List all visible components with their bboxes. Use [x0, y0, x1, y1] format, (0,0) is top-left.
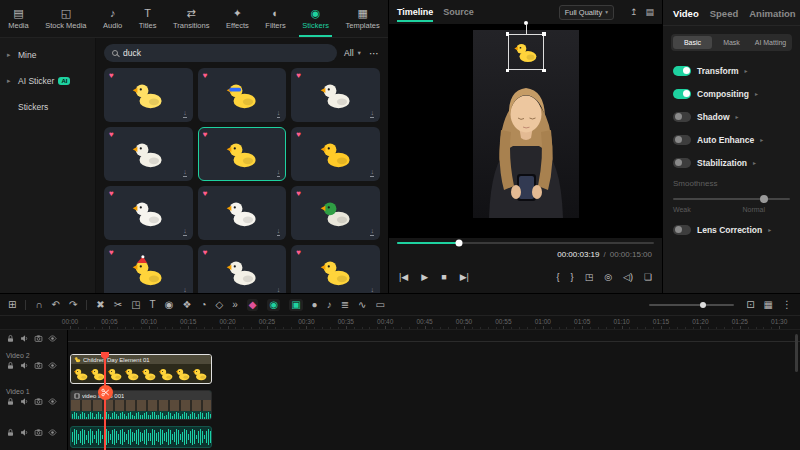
duckling-sticker[interactable]: ♥↓ [104, 68, 193, 122]
download-icon[interactable]: ↓ [370, 286, 374, 293]
mute-icon[interactable] [20, 428, 29, 437]
resize-handle[interactable] [542, 69, 546, 73]
quality-selector[interactable]: Full Quality ▾ [559, 5, 614, 20]
sidebar-item-ai-sticker[interactable]: ▸AI StickerAI [0, 68, 95, 94]
resize-handle[interactable] [506, 32, 510, 36]
search-input[interactable] [123, 48, 329, 58]
green-screen-icon[interactable]: ▣ [289, 299, 302, 311]
favorite-icon[interactable]: ♥ [109, 190, 114, 198]
shadow-toggle[interactable] [673, 112, 691, 122]
more-button[interactable]: ⋯ [369, 48, 380, 59]
white-swan-sticker[interactable]: ♥↓ [198, 186, 287, 240]
inspector-tab-animation[interactable]: Animation [749, 8, 795, 19]
search-box[interactable] [104, 44, 337, 62]
mute-icon[interactable] [20, 397, 29, 406]
ai-cutout-icon[interactable]: ◉ [267, 299, 280, 311]
sticker-clip[interactable]: Children Day Element 01 [70, 354, 212, 384]
rubber-duck-sticker[interactable]: ♥↓ [198, 127, 287, 181]
track-manager-icon[interactable]: ⊞ [8, 300, 16, 310]
yellow-duck-sticker[interactable]: ♥↓ [291, 127, 380, 181]
download-icon[interactable]: ↓ [370, 168, 374, 177]
auto-enhance-toggle[interactable] [673, 135, 691, 145]
record-icon[interactable]: ● [312, 300, 318, 310]
speed-icon[interactable]: ◔ [200, 300, 206, 310]
swan-pair-sticker[interactable]: ♥↓ [104, 186, 193, 240]
preview-stage[interactable] [389, 24, 662, 238]
crop-icon[interactable]: ◳ [131, 300, 140, 310]
duck-sticker[interactable]: ♥↓ [291, 245, 380, 293]
split-icon[interactable]: ✂ [114, 300, 122, 310]
filter-button[interactable]: All ▼ [344, 48, 362, 58]
fullscreen-icon[interactable]: ❏ [644, 272, 652, 282]
nav-tab-transitions[interactable]: ⇄Transitions [165, 0, 218, 37]
nav-tab-filters[interactable]: ◐Filters [257, 0, 294, 37]
favorite-icon[interactable]: ♥ [296, 131, 301, 139]
stabilization-row[interactable]: Stabilization▸ [663, 151, 800, 174]
preview-tab-timeline[interactable]: Timeline [397, 0, 433, 24]
auto-enhance-row[interactable]: Auto Enhance▸ [663, 128, 800, 151]
favorite-icon[interactable]: ♥ [109, 249, 114, 257]
grid-view-icon[interactable]: ▦ [764, 300, 773, 310]
favorite-icon[interactable]: ♥ [203, 131, 208, 139]
nav-tab-templates[interactable]: ▦Templates [337, 0, 388, 37]
mark-out-icon[interactable]: } [571, 272, 574, 282]
next-frame-icon[interactable]: ▶| [460, 272, 469, 282]
sticker-overlay[interactable] [508, 34, 544, 70]
lock-icon[interactable] [6, 428, 15, 437]
rotate-handle[interactable] [524, 21, 528, 25]
favorite-icon[interactable]: ♥ [296, 249, 301, 257]
preview-scrubber[interactable] [389, 238, 662, 248]
lock-icon[interactable] [6, 397, 15, 406]
download-icon[interactable]: ↓ [183, 286, 187, 293]
sidebar-item-mine[interactable]: ▸Mine [0, 42, 95, 68]
download-icon[interactable]: ↓ [277, 168, 281, 177]
download-icon[interactable]: ↓ [183, 168, 187, 177]
snapshot-icon[interactable] [34, 361, 43, 370]
shapes-icon[interactable]: ❖ [182, 300, 191, 310]
subtab-mask[interactable]: Mask [712, 36, 751, 49]
timeline-ruler[interactable]: 00:0000:0500:1000:1500:2000:2500:3000:35… [0, 316, 800, 330]
subtab-ai-matting[interactable]: AI Matting [751, 36, 790, 49]
visibility-icon[interactable] [48, 428, 57, 437]
stabilization-toggle[interactable] [673, 158, 691, 168]
export-icon[interactable]: ↥ [630, 7, 638, 17]
resize-handle[interactable] [542, 32, 546, 36]
download-icon[interactable]: ↓ [183, 109, 187, 118]
text-icon[interactable]: T [150, 300, 156, 310]
shadow-row[interactable]: Shadow▸ [663, 105, 800, 128]
snapshot-icon[interactable] [34, 428, 43, 437]
transform-row[interactable]: Transform▸ [663, 59, 800, 82]
lock-icon[interactable] [6, 361, 15, 370]
download-icon[interactable]: ↓ [277, 286, 281, 293]
sidebar-item-stickers[interactable]: Stickers [0, 94, 95, 120]
video-clip[interactable]: video audio 001 [70, 390, 212, 420]
delete-icon[interactable]: ✖ [96, 300, 104, 310]
favorite-icon[interactable]: ♥ [109, 72, 114, 80]
display-icon[interactable]: ▤ [645, 7, 654, 17]
download-icon[interactable]: ↓ [277, 227, 281, 236]
mute-icon[interactable] [20, 361, 29, 370]
keyframe-icon[interactable]: ◇ [215, 300, 223, 310]
more-tools-icon[interactable]: » [232, 300, 238, 310]
visibility-icon[interactable] [48, 361, 57, 370]
snapshot-icon[interactable] [34, 397, 43, 406]
white-duckling-sticker[interactable]: ♥↓ [291, 68, 380, 122]
split-at-playhead-button[interactable] [98, 385, 113, 400]
preview-tab-source[interactable]: Source [443, 0, 474, 24]
crop-icon[interactable]: ◳ [585, 272, 594, 282]
more-icon[interactable]: ⋮ [782, 300, 792, 310]
download-icon[interactable]: ↓ [370, 227, 374, 236]
snapshot-icon[interactable]: ◎ [604, 272, 612, 282]
video-frame[interactable] [473, 30, 579, 218]
mark-in-icon[interactable]: { [557, 272, 560, 282]
favorite-icon[interactable]: ♥ [109, 131, 114, 139]
transform-toggle[interactable] [673, 66, 691, 76]
smoothness-handle[interactable] [760, 195, 768, 203]
nav-tab-effects[interactable]: ✦Effects [218, 0, 257, 37]
auto-beat-icon[interactable]: ∿ [358, 300, 366, 310]
favorite-icon[interactable]: ♥ [203, 249, 208, 257]
compositing-toggle[interactable] [673, 89, 691, 99]
mixer-icon[interactable]: ≣ [341, 300, 349, 310]
visibility-icon[interactable] [48, 334, 57, 343]
santa-duck-sticker[interactable]: ♥↓ [104, 245, 193, 293]
